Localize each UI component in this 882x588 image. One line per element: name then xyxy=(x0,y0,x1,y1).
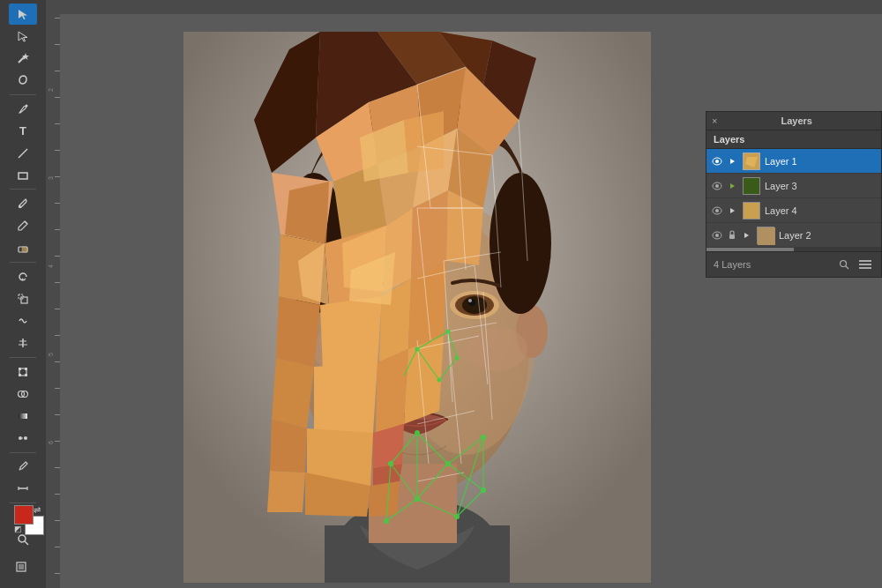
width-tool[interactable] xyxy=(9,332,37,354)
svg-rect-162 xyxy=(758,227,775,245)
layer3-visibility-icon[interactable] xyxy=(710,179,724,193)
tool-separator-2 xyxy=(10,189,36,190)
layer3-expand-icon[interactable] xyxy=(726,180,738,192)
layer1-expand-icon[interactable] xyxy=(726,155,738,167)
paintbrush-tool[interactable] xyxy=(9,193,37,214)
foreground-color-swatch[interactable] xyxy=(14,505,34,525)
type-tool[interactable]: T xyxy=(9,121,37,142)
layer4-name: Layer 4 xyxy=(765,205,878,216)
ruler-label-2: 2 xyxy=(48,88,54,92)
lasso-tool[interactable] xyxy=(9,70,37,91)
svg-line-136 xyxy=(457,437,483,517)
svg-line-5 xyxy=(25,221,27,224)
artboard xyxy=(183,32,651,583)
ruler-tick xyxy=(55,547,60,547)
ruler-tick xyxy=(55,97,60,98)
layer2-expand-icon[interactable] xyxy=(740,229,752,242)
magic-wand-tool[interactable] xyxy=(9,48,37,69)
scale-tool[interactable] xyxy=(9,288,37,309)
measure-tool[interactable] xyxy=(9,478,37,499)
svg-rect-167 xyxy=(859,267,871,269)
swap-colors-icon[interactable]: ⇌ xyxy=(34,505,44,516)
svg-line-118 xyxy=(391,433,417,464)
svg-rect-165 xyxy=(859,260,871,262)
ruler-left: 2 3 4 5 6 xyxy=(46,0,60,588)
layer4-expand-icon[interactable] xyxy=(726,205,738,217)
svg-line-117 xyxy=(448,437,483,464)
layer-row-layer4[interactable]: Layer 4 xyxy=(706,198,881,223)
rect-tool[interactable] xyxy=(9,165,37,186)
warp-tool[interactable] xyxy=(9,310,37,331)
svg-point-159 xyxy=(715,234,719,237)
layer-row-layer3[interactable]: Layer 3 xyxy=(706,174,881,198)
ruler-tick xyxy=(55,256,60,257)
canvas-area[interactable]: × Layers Layers Layer 1 xyxy=(60,14,882,588)
svg-line-109 xyxy=(417,265,475,279)
tool-separator-6 xyxy=(10,502,36,503)
svg-line-111 xyxy=(417,411,475,424)
ruler-tick xyxy=(55,229,60,230)
layers-search-icon[interactable] xyxy=(835,256,853,273)
swatch-container: ⇌ ◩ xyxy=(14,505,44,535)
svg-line-140 xyxy=(417,331,448,349)
svg-rect-20 xyxy=(19,413,27,419)
svg-rect-7 xyxy=(22,247,27,252)
svg-point-147 xyxy=(715,160,719,163)
ruler-top xyxy=(60,0,882,14)
layers-menu-icon[interactable] xyxy=(856,256,874,273)
svg-point-133 xyxy=(385,519,389,524)
svg-marker-148 xyxy=(730,159,735,164)
line-tool[interactable] xyxy=(9,143,37,164)
svg-line-114 xyxy=(444,252,501,261)
color-swatches: ⇌ ◩ xyxy=(14,505,46,535)
free-transform-tool[interactable] xyxy=(9,361,37,383)
layer3-name: Layer 3 xyxy=(765,181,878,191)
layer-row-layer2[interactable]: Layer 2 xyxy=(706,223,881,248)
svg-rect-17 xyxy=(25,374,27,376)
ruler-tick xyxy=(55,520,60,521)
ruler-label-4: 4 xyxy=(48,264,54,268)
svg-point-144 xyxy=(455,356,459,360)
svg-rect-160 xyxy=(729,234,735,239)
svg-line-164 xyxy=(846,266,849,270)
svg-rect-14 xyxy=(19,368,21,370)
direct-select-tool[interactable] xyxy=(9,26,37,47)
shape-builder-tool[interactable] xyxy=(9,383,37,405)
eyedropper-tool[interactable] xyxy=(9,456,37,477)
ruler-tick xyxy=(55,203,60,204)
layer2-lock-icon[interactable] xyxy=(726,229,738,242)
screen-mode-tool[interactable] xyxy=(7,555,35,579)
svg-point-163 xyxy=(841,261,847,267)
rotate-tool[interactable] xyxy=(9,266,37,287)
pencil-tool[interactable] xyxy=(9,215,37,236)
eraser-tool[interactable] xyxy=(9,237,37,258)
ruler-label-3: 3 xyxy=(48,176,54,180)
tool-separator-5 xyxy=(10,452,36,453)
layer-row-layer1[interactable]: Layer 1 xyxy=(706,149,881,174)
layers-scrollbar[interactable] xyxy=(706,248,881,251)
svg-point-152 xyxy=(715,184,719,188)
svg-line-112 xyxy=(417,473,464,481)
svg-rect-31 xyxy=(19,564,24,569)
layer2-visibility-icon[interactable] xyxy=(710,228,724,242)
layer-count: 4 Layers xyxy=(714,259,751,270)
layer3-thumbnail xyxy=(743,177,760,195)
svg-line-110 xyxy=(417,336,479,349)
layers-scrollbar-thumb[interactable] xyxy=(706,248,794,251)
blend-tool[interactable] xyxy=(9,428,37,449)
layers-footer: 4 Layers xyxy=(706,251,881,277)
svg-line-107 xyxy=(417,146,492,155)
layer4-visibility-icon[interactable] xyxy=(710,204,724,218)
svg-rect-8 xyxy=(21,297,27,303)
svg-point-28 xyxy=(19,535,26,542)
svg-line-115 xyxy=(448,323,497,331)
svg-point-145 xyxy=(446,330,450,333)
pen-tool[interactable] xyxy=(9,99,37,120)
svg-point-128 xyxy=(389,462,393,466)
layer1-visibility-icon[interactable] xyxy=(710,154,724,168)
gradient-tool[interactable] xyxy=(9,406,37,427)
select-tool[interactable] xyxy=(9,4,37,25)
default-colors-icon[interactable]: ◩ xyxy=(14,525,25,535)
svg-line-121 xyxy=(417,499,457,517)
tool-separator-1 xyxy=(10,94,36,95)
